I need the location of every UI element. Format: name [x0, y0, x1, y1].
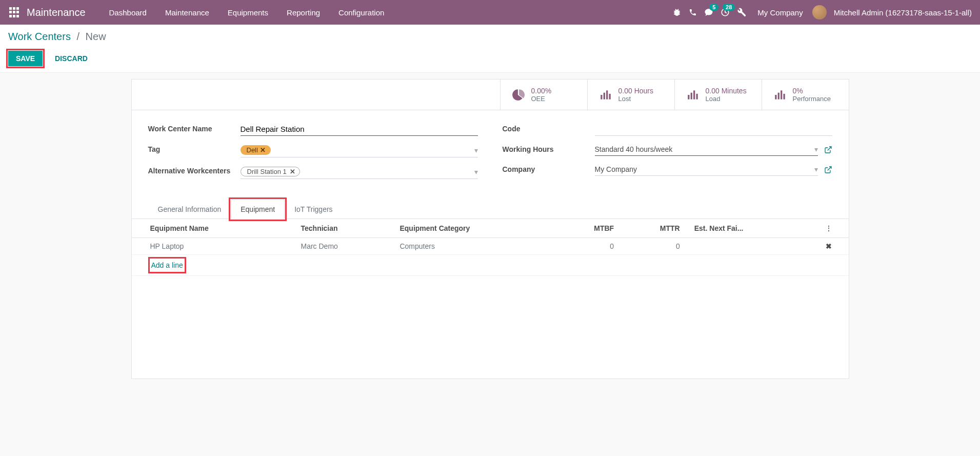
save-button[interactable]: SAVE [8, 51, 43, 66]
external-link-icon[interactable] [824, 146, 832, 154]
messaging-icon[interactable]: 5 [704, 8, 713, 17]
working-hours-input[interactable]: Standard 40 hours/week ▾ [595, 143, 818, 156]
chevron-down-icon[interactable]: ▾ [814, 165, 818, 173]
hours-label: Working Hours [503, 143, 595, 153]
action-buttons: SAVE DISCARD [8, 51, 972, 66]
messaging-badge: 5 [709, 4, 718, 11]
phone-icon[interactable] [689, 8, 697, 16]
activities-icon[interactable]: 28 [721, 8, 730, 17]
tab-iot-triggers[interactable]: IoT Triggers [285, 200, 342, 219]
cell-next [687, 238, 809, 255]
tab-equipment[interactable]: Equipment [231, 200, 285, 219]
menu-maintenance[interactable]: Maintenance [156, 1, 218, 24]
table-row-add: Add a line [132, 255, 849, 276]
tab-general-info[interactable]: General Information [148, 200, 231, 219]
svg-rect-4 [609, 93, 610, 99]
cell-cat[interactable]: Computers [392, 238, 555, 255]
app-title: Maintenance [27, 7, 86, 18]
apps-menu-icon[interactable] [8, 6, 21, 18]
svg-rect-3 [606, 90, 608, 99]
svg-rect-2 [603, 92, 605, 99]
col-name[interactable]: Equipment Name [132, 219, 294, 238]
col-mtbf[interactable]: MTBF [555, 219, 622, 238]
stat-perf-label: Performance [793, 95, 831, 103]
tag-label: Tag [148, 143, 241, 153]
equipment-table-wrap: Equipment Name Technician Equipment Cate… [132, 219, 849, 379]
bar-chart-icon [686, 88, 699, 102]
stat-perf[interactable]: 0% Performance [762, 80, 849, 110]
alt-tag[interactable]: Drill Station 1 ✕ [241, 167, 300, 176]
svg-rect-10 [777, 92, 779, 99]
external-link-icon[interactable] [824, 166, 832, 174]
stat-oee-label: OEE [531, 95, 552, 103]
bar-chart-icon [599, 88, 612, 102]
col-mttr[interactable]: MTTR [621, 219, 687, 238]
stat-oee[interactable]: 0.00% OEE [500, 80, 587, 110]
col-cat[interactable]: Equipment Category [392, 219, 555, 238]
menu-reporting[interactable]: Reporting [277, 1, 329, 24]
stat-load-label: Load [706, 95, 747, 103]
stat-load-value: 0.00 Minutes [706, 87, 747, 95]
tag-input[interactable]: Dell ✕ ▾ [241, 143, 478, 157]
tag-remove-icon[interactable]: ✕ [260, 146, 266, 154]
svg-rect-5 [688, 95, 689, 100]
code-label: Code [503, 123, 595, 133]
alt-workcenter-input[interactable]: Drill Station 1 ✕ ▾ [241, 165, 478, 179]
breadcrumb-root[interactable]: Work Centers [8, 31, 71, 42]
pie-chart-icon [512, 88, 525, 102]
stat-perf-value: 0% [793, 87, 831, 95]
cell-tech[interactable]: Marc Demo [294, 238, 393, 255]
code-input[interactable] [595, 123, 832, 136]
cell-name[interactable]: HP Laptop [132, 238, 294, 255]
breadcrumb: Work Centers / New [8, 31, 972, 43]
svg-line-14 [827, 167, 831, 170]
stat-lost[interactable]: 0.00 Hours Lost [587, 80, 674, 110]
chevron-down-icon[interactable]: ▾ [474, 146, 478, 154]
discard-button[interactable]: DISCARD [48, 51, 95, 66]
equipment-table: Equipment Name Technician Equipment Cate… [132, 219, 849, 276]
svg-rect-11 [781, 90, 782, 99]
tag-remove-icon[interactable]: ✕ [290, 168, 295, 175]
stat-oee-value: 0.00% [531, 87, 552, 95]
svg-line-13 [827, 147, 831, 150]
alt-label: Alternative Workcenters [148, 165, 241, 175]
svg-rect-7 [693, 90, 695, 99]
menu-configuration[interactable]: Configuration [329, 1, 393, 24]
notebook-tabs: General Information Equipment IoT Trigge… [132, 200, 849, 219]
form-body: Work Center Name Tag Dell ✕ ▾ [132, 110, 849, 194]
add-line-button[interactable]: Add a line [150, 259, 184, 271]
col-next[interactable]: Est. Next Fai... [687, 219, 809, 238]
company-input[interactable]: My Company ▾ [595, 163, 818, 176]
menu-dashboard[interactable]: Dashboard [100, 1, 156, 24]
table-row[interactable]: HP Laptop Marc Demo Computers 0 0 ✖ [132, 238, 849, 255]
breadcrumb-current: New [86, 31, 106, 42]
form-sheet: 0.00% OEE 0.00 Hours Lost 0.00 Minutes [131, 79, 849, 379]
control-panel: Work Centers / New SAVE DISCARD [0, 25, 980, 73]
name-label: Work Center Name [148, 123, 241, 133]
stat-lost-label: Lost [618, 95, 653, 103]
stat-load[interactable]: 0.00 Minutes Load [674, 80, 762, 110]
company-selector[interactable]: My Company [757, 8, 803, 17]
app-header: Maintenance Dashboard Maintenance Equipm… [0, 0, 980, 25]
activities-badge: 28 [723, 4, 735, 11]
user-menu[interactable]: Mitchell Admin (16273178-saas-15-1-all) [834, 8, 972, 17]
menu-equipments[interactable]: Equipments [218, 1, 277, 24]
form-col-left: Work Center Name Tag Dell ✕ ▾ [148, 123, 478, 186]
sheet-container: 0.00% OEE 0.00 Hours Lost 0.00 Minutes [0, 73, 980, 391]
stat-lost-value: 0.00 Hours [618, 87, 653, 95]
name-input[interactable] [241, 123, 478, 136]
company-field-label: Company [503, 163, 595, 173]
alt-tag-text: Drill Station 1 [247, 168, 287, 175]
tools-icon[interactable] [737, 8, 746, 17]
tag-text: Dell [247, 146, 258, 154]
row-delete-icon[interactable]: ✖ [809, 238, 849, 255]
col-options-icon[interactable]: ⋮ [809, 219, 849, 238]
avatar[interactable] [812, 5, 827, 19]
tag-dell[interactable]: Dell ✕ [241, 145, 271, 155]
bug-icon[interactable] [672, 8, 682, 17]
col-tech[interactable]: Technician [294, 219, 393, 238]
chevron-down-icon[interactable]: ▾ [474, 168, 478, 176]
header-right: 5 28 My Company Mitchell Admin (16273178… [672, 5, 972, 19]
chevron-down-icon[interactable]: ▾ [814, 145, 818, 153]
svg-rect-12 [783, 93, 785, 99]
